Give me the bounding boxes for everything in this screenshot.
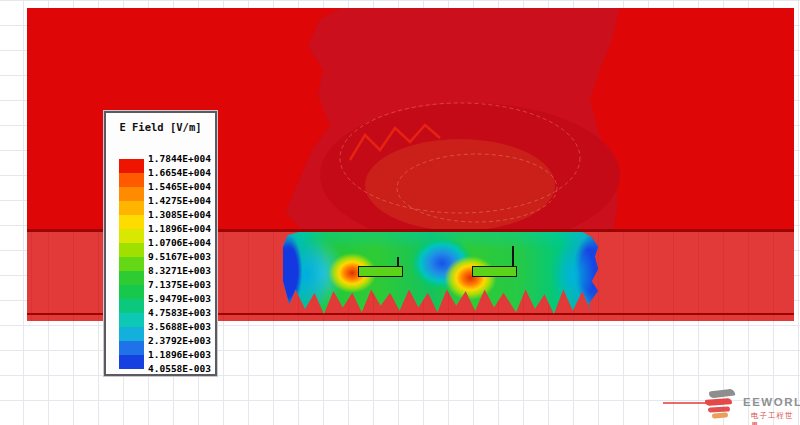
legend-label: 1.1896E+003: [148, 348, 210, 362]
plume-core-warm: [365, 139, 555, 229]
conductor-right: [472, 266, 517, 277]
legend-label: 1.6654E+004: [148, 166, 210, 180]
legend-label: 2.3792E+003: [148, 334, 210, 348]
legend-label: 1.7844E+004: [148, 152, 210, 166]
conductor-left-feed-stub: [397, 257, 399, 267]
legend-label: 7.1375E+003: [148, 278, 210, 292]
legend-swatch: [119, 201, 144, 215]
conductor-right-feed-stub: [512, 246, 514, 267]
logo-e-bar-red1: [705, 398, 732, 406]
legend-colorbar: [119, 159, 144, 369]
legend-labels: 1.7844E+0041.6654E+0041.5465E+0041.4275E…: [148, 152, 210, 376]
eeworld-logo: EEWORLD 电子工程世界: [663, 386, 798, 424]
logo-tagline-text: 电子工程世界: [751, 411, 798, 425]
legend-swatch: [119, 243, 144, 257]
legend-swatch: [119, 355, 144, 369]
legend-label: 4.0558E-003: [148, 362, 210, 376]
legend-swatch: [119, 257, 144, 271]
legend-label: 3.5688E+003: [148, 320, 210, 334]
legend-label: 1.5465E+004: [148, 180, 210, 194]
logo-brand-text: EEWORLD: [743, 396, 800, 408]
legend-label: 1.4275E+004: [148, 194, 210, 208]
logo-e-bar-orange: [712, 412, 728, 419]
legend-swatch: [119, 159, 144, 173]
legend-swatch: [119, 285, 144, 299]
logo-e-bar-gray: [709, 388, 736, 398]
legend-swatch: [119, 187, 144, 201]
legend-label: 1.3085E+004: [148, 208, 210, 222]
legend-swatch: [119, 313, 144, 327]
legend-label: 1.0706E+004: [148, 236, 210, 250]
legend-box[interactable]: E Field [V/m] 1.7844E+0041.6654E+0041.54…: [104, 111, 217, 376]
legend-swatch: [119, 271, 144, 285]
legend-label: 4.7583E+003: [148, 306, 210, 320]
logo-underline: [663, 402, 711, 404]
legend-label: 5.9479E+003: [148, 292, 210, 306]
logo-e-bar-red2: [708, 406, 730, 412]
legend-swatch: [119, 341, 144, 355]
legend-swatch: [119, 327, 144, 341]
conductor-left: [358, 266, 403, 277]
legend-swatch: [119, 215, 144, 229]
legend-label: 9.5167E+003: [148, 250, 210, 264]
legend-title: E Field [V/m]: [106, 121, 215, 133]
legend-label: 8.3271E+003: [148, 264, 210, 278]
legend-swatch: [119, 173, 144, 187]
legend-swatch: [119, 229, 144, 243]
legend-label: 1.1896E+004: [148, 222, 210, 236]
legend-swatch: [119, 299, 144, 313]
